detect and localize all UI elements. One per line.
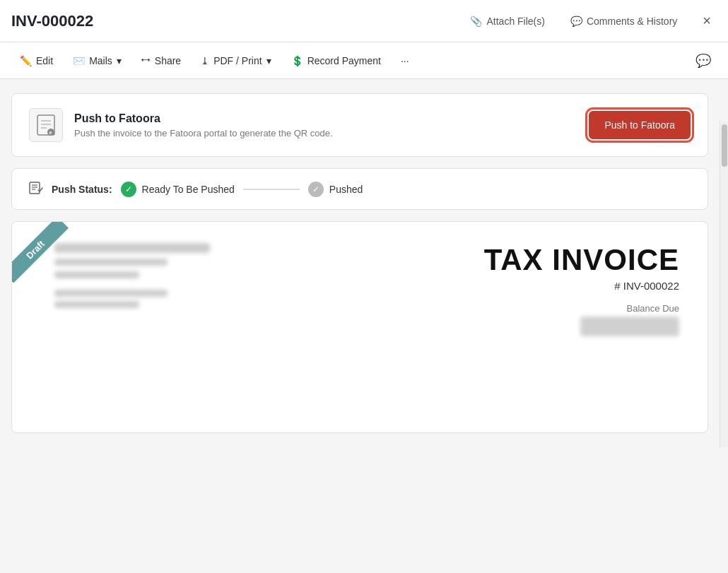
svg-text:e: e — [49, 130, 52, 135]
header: INV-000022 📎 Attach File(s) 💬 Comments &… — [0, 0, 728, 42]
share-icon: ⭤ — [141, 55, 151, 66]
status-step-ready: ✓ Ready To Be Pushed — [121, 182, 235, 197]
chat-icon: 💬 — [570, 16, 582, 27]
invoice-title-section: TAX INVOICE # INV-000022 Balance Due — [484, 243, 679, 336]
record-payment-button[interactable]: 💲 Record Payment — [283, 51, 389, 71]
invoice-main-title: TAX INVOICE — [484, 243, 679, 277]
paperclip-icon: 📎 — [470, 16, 482, 27]
activity-icon[interactable]: 💬 — [690, 49, 717, 73]
scrollbar-thumb[interactable] — [722, 124, 727, 167]
share-button[interactable]: ⭤ Share — [133, 51, 189, 71]
invoice-header: TAX INVOICE # INV-000022 Balance Due — [40, 243, 679, 336]
invoice-number: # INV-000022 — [484, 280, 679, 292]
status-check-green: ✓ — [121, 182, 136, 197]
pdf-icon: ⤓ — [201, 55, 209, 66]
scrollbar[interactable] — [720, 122, 728, 447]
mails-dropdown-icon: ▾ — [117, 55, 122, 66]
invoice-title: INV-000022 — [11, 12, 93, 30]
push-to-fatoora-button[interactable]: Push to Fatoora — [589, 111, 691, 139]
blur-bar-2 — [54, 259, 168, 266]
close-button[interactable]: × — [697, 10, 717, 32]
push-status-card: Push Status: ✓ Ready To Be Pushed ✓ Push… — [11, 168, 708, 210]
chat-bubble-icon: 💬 — [695, 54, 711, 68]
more-button[interactable]: ··· — [392, 51, 418, 71]
draft-ribbon: Draft — [12, 222, 83, 293]
status-steps: ✓ Ready To Be Pushed ✓ Pushed — [121, 182, 691, 197]
invoice-logo — [54, 243, 210, 308]
pdf-dropdown-icon: ▾ — [266, 55, 271, 66]
svg-rect-6 — [30, 182, 40, 194]
blur-bar-4 — [54, 290, 168, 297]
blur-bar-1 — [54, 243, 210, 253]
status-check-gray: ✓ — [308, 182, 324, 197]
payment-icon: 💲 — [291, 55, 303, 66]
push-status-icon — [29, 180, 43, 198]
toolbar: ✏️ Edit ✉️ Mails ▾ ⭤ Share ⤓ PDF / Print… — [0, 42, 728, 79]
fatoora-info: Push to Fatoora Push the invoice to the … — [74, 112, 577, 138]
attach-files-button[interactable]: 📎 Attach File(s) — [464, 13, 550, 30]
pdf-print-button[interactable]: ⤓ PDF / Print ▾ — [192, 51, 279, 71]
invoice-preview-card: Draft TAX INVOICE # — [11, 221, 708, 433]
balance-due-value — [580, 317, 679, 336]
fatoora-title: Push to Fatoora — [74, 112, 577, 125]
status-step-pushed: ✓ Pushed — [308, 182, 363, 197]
fatoora-description: Push the invoice to the Fatoora portal t… — [74, 128, 577, 138]
comments-history-button[interactable]: 💬 Comments & History — [565, 13, 683, 30]
blur-bar-5 — [54, 301, 139, 308]
fatoora-card-icon: e — [29, 108, 63, 142]
mails-button[interactable]: ✉️ Mails ▾ — [64, 51, 130, 71]
push-status-label: Push Status: — [52, 184, 112, 195]
fatoora-card: e Push to Fatoora Push the invoice to th… — [11, 93, 708, 157]
mail-icon: ✉️ — [73, 55, 85, 66]
blur-bar-group — [54, 290, 210, 308]
header-actions: 📎 Attach File(s) 💬 Comments & History × — [464, 10, 717, 32]
balance-due-label: Balance Due — [484, 303, 679, 314]
blur-bar-3 — [54, 271, 139, 278]
status-line — [243, 189, 300, 190]
edit-button[interactable]: ✏️ Edit — [11, 51, 61, 71]
pencil-icon: ✏️ — [20, 55, 32, 66]
